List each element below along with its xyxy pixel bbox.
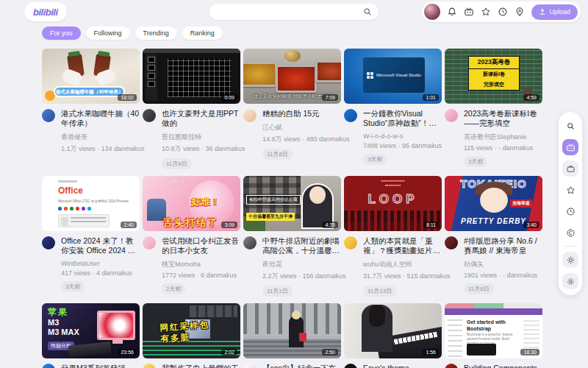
- uploader-name[interactable]: 桃宝Momoha: [162, 260, 240, 269]
- video-title[interactable]: Faye's theme: [363, 364, 433, 368]
- bell-icon[interactable]: [447, 7, 457, 17]
- sidebar-settings-button[interactable]: [562, 273, 578, 289]
- uploader-avatar[interactable]: [344, 109, 357, 122]
- sidebar-search-button[interactable]: [562, 118, 578, 134]
- video-card[interactable]: 2023高考卷新课标I卷完形填空 4:59 2023高考卷新课标I卷——完形填空…: [445, 49, 542, 169]
- video-thumbnail[interactable]: TOKAITEIO 东海帝皇 PRETTY DERBY 3:40: [445, 176, 542, 231]
- uploader-name[interactable]: wuhu动画人空间: [363, 260, 442, 269]
- thumb-text: 《绕口令》: [168, 178, 190, 185]
- duration-badge: 18:02: [118, 94, 137, 101]
- video-thumbnail[interactable]: 港式水果咖喱牛腩（40年传承） 18:02: [42, 49, 140, 104]
- uploader-name[interactable]: 夜欣花: [262, 260, 341, 269]
- uploader-avatar[interactable]: [344, 364, 357, 368]
- video-thumbnail[interactable]: 0:09: [143, 49, 240, 104]
- decor: [523, 318, 539, 353]
- video-title[interactable]: 人類的本質就是「重複」？獲獎動畫短片《LOOP》: [363, 236, 442, 255]
- video-title[interactable]: 糟糕的自助 15元: [262, 109, 341, 118]
- user-avatar[interactable]: [424, 4, 440, 20]
- video-title[interactable]: 蘋果M3系列首發評測：Max早該如此: [61, 364, 140, 368]
- uploader-avatar[interactable]: [42, 109, 55, 122]
- uploader-avatar[interactable]: [243, 236, 257, 250]
- video-thumbnail[interactable]: 网红采样包有多脏 2:02: [143, 303, 240, 358]
- video-title[interactable]: 港式水果咖喱牛腩（40年传承）: [61, 109, 140, 128]
- sidebar-circle-c-button[interactable]: [562, 224, 578, 241]
- video-thumbnail[interactable]: 苹果 M3 M3 MAX 性能分析 23:56: [42, 303, 140, 358]
- video-card[interactable]: 0:09 也许文豪野犬是用PPT做的 普拉图斯拉特 10.8万 views · …: [143, 49, 240, 169]
- star-icon[interactable]: [481, 7, 491, 17]
- video-title[interactable]: 2023高考卷新课标I卷——完形填空: [464, 109, 542, 128]
- video-title[interactable]: 我製作了史上最爛的工程模板包。[FL21]: [162, 364, 240, 368]
- uploader-avatar[interactable]: [243, 364, 257, 368]
- sidebar-home-button[interactable]: [562, 139, 578, 155]
- video-title[interactable]: 尝试用绕口令纠正发音的日本小女友: [162, 236, 240, 255]
- uploader-avatar[interactable]: [445, 109, 458, 122]
- uploader-avatar[interactable]: [143, 236, 156, 250]
- video-card[interactable]: Get started with Bootstrap Bootstrap is …: [445, 303, 542, 368]
- sidebar-briefcase-button[interactable]: [562, 160, 578, 177]
- video-card[interactable]: 网红采样包有多脏 2:02 我製作了史上最爛的工程模板包。[FL21] icew…: [143, 303, 240, 368]
- uploader-name[interactable]: 普拉图斯拉特: [162, 132, 240, 142]
- video-thumbnail[interactable]: Microsoft Visual Studio 1:01: [344, 49, 442, 104]
- uploader-avatar[interactable]: [42, 364, 55, 368]
- uploader-name[interactable]: 英语教书匠Stephanie: [464, 132, 542, 142]
- thumb-text: Get started with Bootstrap: [467, 319, 518, 332]
- uploader-avatar[interactable]: [143, 109, 156, 122]
- uploader-name[interactable]: W-i-n-d-o-w-s: [363, 132, 442, 140]
- bilibili-tv-icon[interactable]: [464, 7, 474, 17]
- clock-icon[interactable]: [498, 7, 508, 17]
- video-title[interactable]: #排版思路分享 No.6 / 賽馬娘 // 東海帝皇: [464, 236, 542, 255]
- video-title[interactable]: 中野牛排店附近的劇場高階公寓，十分溫馨甚至九分乾淨: [262, 236, 341, 255]
- decor: [362, 305, 392, 352]
- uploader-avatar[interactable]: [344, 236, 357, 250]
- video-title[interactable]: 也许文豪野犬是用PPT做的: [162, 109, 240, 128]
- uploader-avatar[interactable]: [143, 364, 156, 368]
- video-card[interactable]: 2:50 【cos向】紀念一下在不列顛出道的三次元 上智月球圣诞鹿 8.2万 v…: [243, 303, 341, 368]
- tab-for-you[interactable]: For you: [42, 26, 81, 40]
- uploader-avatar[interactable]: [445, 236, 458, 250]
- uploader-name[interactable]: 江心赋: [262, 123, 341, 132]
- thumb-text: 实拍中野超高性价比公寓: [246, 195, 301, 205]
- video-thumbnail[interactable]: Office Microsoft Office LTSC 专业增强版 2024 …: [42, 176, 140, 231]
- thumb-text: M3 MAX: [48, 328, 79, 336]
- video-thumbnail[interactable]: 2:50: [243, 303, 341, 358]
- video-card[interactable]: 实拍中野超高性价比公寓 十分温馨甚至九分干净 4:35 中野牛排店附近的劇場高階…: [243, 176, 341, 297]
- video-card[interactable]: 苹果 M3 M3 MAX 性能分析 23:56 蘋果M3系列首發評測：Max早該…: [42, 303, 140, 368]
- video-card[interactable]: 《绕口令》 好难！ 舌头打结了 3:09 尝试用绕口令纠正发音的日本小女友 桃宝…: [143, 176, 240, 297]
- video-title[interactable]: 【cos向】紀念一下在不列顛出道的三次元: [262, 364, 341, 368]
- video-thumbnail[interactable]: 1:56: [344, 303, 442, 358]
- date-badge: 11月8日: [162, 158, 192, 169]
- decor: [467, 344, 496, 355]
- tab-ranking[interactable]: Ranking: [182, 26, 223, 40]
- video-thumbnail[interactable]: 实拍中野超高性价比公寓 十分温馨甚至九分干净 4:35: [243, 176, 341, 231]
- logo[interactable]: bilibili: [24, 2, 67, 21]
- uploader-name[interactable]: 杤偶矢: [464, 260, 542, 269]
- video-card[interactable]: 1:56 Faye's theme Venser凡瑟 777 views · -…: [344, 303, 442, 368]
- tab-trending[interactable]: Trending: [135, 26, 177, 40]
- sidebar-history-button[interactable]: [562, 203, 578, 219]
- search-input[interactable]: [209, 4, 379, 20]
- video-card[interactable]: Microsoft Visual Studio 1:01 一分鐘教你Visual…: [344, 49, 442, 169]
- video-card[interactable]: Office Microsoft Office LTSC 专业增强版 2024 …: [42, 176, 140, 297]
- video-thumbnail[interactable]: Get started with Bootstrap Bootstrap is …: [445, 303, 542, 358]
- video-thumbnail[interactable]: 这么受欢迎的味道 排队半小时才打到 7:09: [243, 49, 341, 104]
- uploader-avatar[interactable]: [243, 109, 257, 122]
- video-thumbnail[interactable]: ●●●●●●●●●●●●●●●●●●●● LOOP 8:11: [344, 176, 442, 231]
- upload-button[interactable]: Upload: [531, 4, 578, 20]
- video-card[interactable]: ●●●●●●●●●●●●●●●●●●●● LOOP 8:11 人類的本質就是「重…: [344, 176, 442, 297]
- video-title[interactable]: Building Components: [464, 364, 537, 368]
- uploader-avatar[interactable]: [445, 364, 458, 368]
- video-card[interactable]: 港式水果咖喱牛腩（40年传承） 18:02 港式水果咖喱牛腩（40年传承） 香港…: [42, 49, 140, 169]
- sidebar-theme-button[interactable]: [562, 252, 578, 268]
- uploader-name[interactable]: 香港佬哥: [61, 132, 140, 142]
- uploader-avatar[interactable]: [42, 236, 55, 250]
- video-card[interactable]: TOKAITEIO 东海帝皇 PRETTY DERBY 3:40 #排版思路分享…: [445, 176, 542, 297]
- video-thumbnail[interactable]: 《绕口令》 好难！ 舌头打结了 3:09: [143, 176, 240, 231]
- video-title[interactable]: Office 2024 来了！教你安装 Office 2024 预览版!: [61, 236, 140, 255]
- video-thumbnail[interactable]: 2023高考卷新课标I卷完形填空 4:59: [445, 49, 542, 104]
- video-card[interactable]: 这么受欢迎的味道 排队半小时才打到 7:09 糟糕的自助 15元 江心赋 14.…: [243, 49, 341, 169]
- uploader-name[interactable]: WinBetaUser: [61, 260, 140, 267]
- video-title[interactable]: 一分鐘教你Visual Studio“原神啟動”！（適用於Blend）: [363, 109, 442, 128]
- sidebar-favorites-button[interactable]: [562, 182, 578, 198]
- location-pin-icon[interactable]: [514, 7, 525, 17]
- tab-following[interactable]: Following: [86, 26, 130, 40]
